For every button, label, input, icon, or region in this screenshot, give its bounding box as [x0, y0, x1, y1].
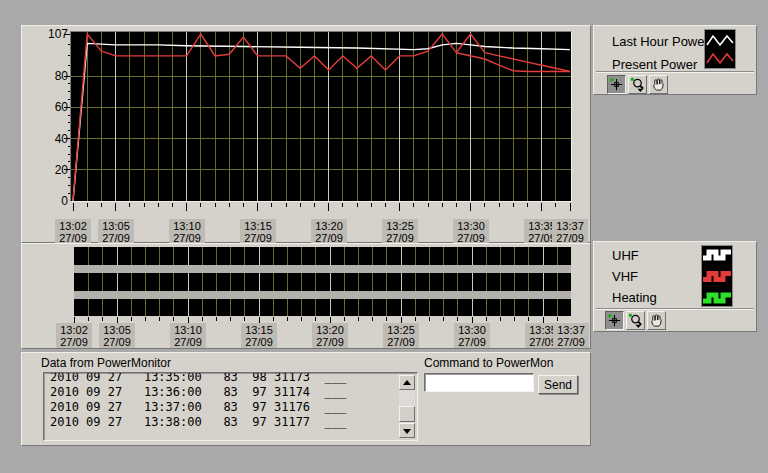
- y-axis-label: 80: [35, 70, 68, 82]
- zoom-icon: [630, 77, 645, 92]
- x-axis-time-chip: 13:0527/09: [99, 323, 135, 348]
- pan-hand-icon: [651, 77, 666, 92]
- power-chart-panel: 10780604020013:0227/0913:0527/0913:1027/…: [21, 25, 591, 243]
- scrollbar-thumb[interactable]: [399, 406, 415, 422]
- x-axis-time-chip: 13:0227/09: [55, 219, 91, 244]
- data-from-powermonitor-label: Data from PowerMonitor: [41, 357, 171, 370]
- digital-legend-swatch: [701, 245, 733, 307]
- swatch-wave-uhf: [703, 252, 731, 258]
- y-axis-label: 60: [35, 101, 68, 113]
- legend-label: Last Hour Power: [612, 34, 709, 49]
- x-axis-time-chip: 13:1527/09: [241, 323, 277, 348]
- pan-hand-icon: [649, 313, 664, 328]
- zoom-button[interactable]: [628, 75, 647, 94]
- digital-band: [74, 299, 571, 316]
- digital-chart-legend-panel: UHF VHF Heating: [593, 241, 757, 332]
- log-line: 2010 09 27 13:37:00 83 97 31176 ___: [50, 400, 397, 415]
- x-axis-time-chip: 13:2027/09: [312, 323, 348, 348]
- scroll-up-button[interactable]: [399, 375, 415, 390]
- power-legend-swatch-svg: [705, 30, 735, 68]
- log-lines: 2010 09 27 13:35:00 83 98 31173 ___2010 …: [50, 372, 397, 430]
- x-axis-time-chip: 13:1027/09: [170, 323, 206, 348]
- y-axis-label: 20: [35, 164, 68, 176]
- command-to-powermon-label: Command to PowerMon: [424, 357, 553, 370]
- legend-item-uhf[interactable]: UHF: [612, 248, 639, 263]
- x-axis-time-chip: 13:3727/09: [552, 219, 588, 244]
- power-plot-svg: [71, 32, 571, 201]
- x-axis-time-chip: 13:1027/09: [169, 219, 205, 244]
- log-scrollbar: [399, 375, 415, 438]
- x-axis-time-chip: 13:3027/09: [454, 323, 490, 348]
- series-last-hour-power: [73, 43, 570, 201]
- power-xticks-svg: [71, 203, 571, 212]
- x-axis-time-chip: 13:3027/09: [453, 219, 489, 244]
- x-axis-time-chip: 13:2527/09: [382, 219, 418, 244]
- y-axis-label: 40: [35, 133, 68, 145]
- digital-legend-swatch-svg: [702, 246, 732, 306]
- digital-band: [74, 273, 571, 291]
- log-line: 2010 09 27 13:36:00 83 97 31174 ___: [50, 385, 397, 400]
- swatch-wave-vhf: [703, 274, 731, 280]
- swatch-wave-heating: [703, 295, 731, 301]
- legend-item-present-power[interactable]: Present Power: [612, 57, 697, 72]
- x-axis-time-chip: 13:3727/09: [553, 323, 589, 348]
- powermonitor-log[interactable]: 2010 09 27 13:35:00 83 98 31173 ___2010 …: [43, 372, 418, 441]
- y-axis-label: 0: [35, 195, 68, 207]
- io-panel: Data from PowerMonitor 2010 09 27 13:35:…: [21, 352, 591, 446]
- legend-label: Heating: [612, 290, 657, 305]
- x-axis-time-chip: 13:2027/09: [311, 219, 347, 244]
- legend-divider: [596, 308, 754, 310]
- legend-item-last-hour-power[interactable]: Last Hour Power: [612, 34, 709, 49]
- cursor-move-icon: [607, 313, 622, 328]
- pan-button[interactable]: [649, 75, 668, 94]
- x-axis-time-chip: 13:1527/09: [240, 219, 276, 244]
- power-monitor-window: { "colors": { "window_bg": "#a9a9a9", "p…: [0, 0, 768, 473]
- cursor-move-icon: [609, 77, 624, 92]
- send-button[interactable]: Send: [538, 375, 578, 394]
- digital-bands-svg: [74, 247, 571, 316]
- x-axis-time-chip: 13:0527/09: [98, 219, 134, 244]
- series-present-power: [73, 34, 570, 201]
- zoom-icon: [628, 313, 643, 328]
- legend-item-heating[interactable]: Heating: [612, 290, 657, 305]
- legend-label: Present Power: [612, 57, 697, 72]
- legend-label: VHF: [612, 269, 638, 284]
- digital-band: [74, 247, 571, 265]
- arrow-up-icon: [403, 380, 411, 385]
- scroll-down-button[interactable]: [399, 423, 415, 438]
- x-axis-time-chip: 13:0227/09: [56, 323, 92, 348]
- y-axis-label: 107: [35, 28, 68, 40]
- command-input[interactable]: [424, 373, 534, 392]
- power-plot: [70, 31, 572, 202]
- power-legend-swatch: [704, 29, 736, 69]
- legend-divider: [596, 71, 754, 73]
- arrow-down-icon: [403, 429, 411, 434]
- power-chart-legend-panel: Last Hour Power Present Power: [593, 25, 757, 95]
- cursor-move-button[interactable]: [607, 75, 626, 94]
- digital-chart-panel: 13:0227/0913:0527/0913:1027/0913:1527/09…: [21, 243, 591, 349]
- pan-button[interactable]: [647, 311, 666, 330]
- zoom-button[interactable]: [626, 311, 645, 330]
- log-line: 2010 09 27 13:35:00 83 98 31173 ___: [50, 372, 397, 385]
- legend-item-vhf[interactable]: VHF: [612, 269, 638, 284]
- legend-label: UHF: [612, 248, 639, 263]
- log-line: 2010 09 27 13:38:00 83 97 31177 ___: [50, 415, 397, 430]
- x-axis-time-chip: 13:2527/09: [383, 323, 419, 348]
- cursor-move-button[interactable]: [605, 311, 624, 330]
